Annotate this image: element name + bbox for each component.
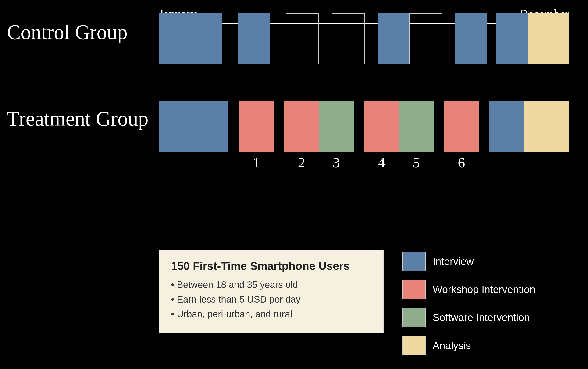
info-box: 150 First-Time Smartphone Users • Betwee…	[159, 250, 384, 333]
ctrl-gap-6	[487, 13, 496, 64]
treat-num-1: 1	[253, 154, 260, 171]
treat-num-3: 3	[333, 154, 340, 171]
treat-bar-ext-6: 6	[444, 152, 479, 171]
legend: Interview Workshop Intervention Software…	[402, 250, 569, 355]
legend-item-analysis: Analysis	[402, 336, 569, 355]
treat-bar-ext-3: 3	[319, 152, 354, 171]
ctrl-gap-2	[270, 13, 286, 64]
legend-item-interview: Interview	[402, 252, 569, 271]
legend-swatch-interview	[402, 252, 426, 271]
main-container: January December Control Group	[0, 0, 588, 369]
info-box-bullet-2: • Earn less than 5 USD per day	[171, 294, 372, 305]
legend-swatch-analysis	[402, 336, 426, 355]
legend-label-interview: Interview	[433, 256, 474, 267]
legend-item-software: Software Intervention	[402, 308, 569, 327]
treat-bar-workshop-4: 6	[444, 101, 479, 152]
legend-label-workshop: Workshop Intervention	[433, 284, 535, 295]
info-box-bullet-3: • Urban, peri-urban, and rural	[171, 309, 372, 319]
ctrl-bar-interview-1	[159, 13, 191, 64]
treat-bar-workshop-3: 4	[364, 101, 399, 152]
treatment-bars-wrapper: 1 2 3 4	[159, 101, 569, 152]
ctrl-gap-5	[442, 13, 455, 64]
ctrl-gap-3	[319, 13, 332, 64]
legend-swatch-workshop	[402, 280, 426, 299]
treat-bar-analysis	[524, 101, 569, 152]
treat-gap-1	[228, 101, 239, 152]
ctrl-bar-interview-3	[238, 13, 270, 64]
ctrl-bar-outline-1	[286, 13, 319, 64]
ctrl-bar-outline-2	[332, 13, 365, 64]
treat-num-2: 2	[298, 154, 305, 171]
control-bars-flex	[159, 13, 569, 64]
bottom-area: 150 First-Time Smartphone Users • Betwee…	[159, 250, 569, 355]
treat-bar-ext-5: 5	[399, 152, 434, 171]
treat-num-5: 5	[412, 154, 420, 171]
control-group-label: Control Group	[7, 21, 127, 44]
treat-bar-software-2: 5	[399, 101, 434, 152]
control-bars-wrapper	[159, 13, 569, 64]
treat-bar-ext-2: 2	[284, 152, 319, 171]
ctrl-gap-1	[222, 13, 238, 64]
ctrl-bar-outline-3	[409, 13, 442, 64]
treat-num-4: 4	[378, 154, 385, 171]
ctrl-bar-interview-2	[191, 13, 222, 64]
ctrl-bar-analysis	[528, 13, 569, 64]
treatment-group-label: Treatment Group	[7, 108, 148, 130]
treat-gap-3	[354, 101, 364, 152]
treat-bar-interview-2	[194, 101, 228, 152]
treat-bar-ext-1: 1	[239, 152, 274, 171]
treat-bar-ext-4: 4	[364, 152, 399, 171]
treatment-bars-flex: 1 2 3 4	[159, 101, 569, 152]
ctrl-bar-interview-6	[496, 13, 528, 64]
treat-gap-5	[479, 101, 490, 152]
treat-gap-4	[434, 101, 444, 152]
treat-bar-interview-3	[489, 101, 524, 152]
treat-num-6: 6	[458, 154, 465, 171]
treat-bar-workshop-2: 2	[284, 101, 319, 152]
legend-item-workshop: Workshop Intervention	[402, 280, 569, 299]
info-box-bullet-1: • Between 18 and 35 years old	[171, 279, 372, 290]
ctrl-bar-interview-5	[455, 13, 487, 64]
treat-bar-software-1: 3	[319, 101, 354, 152]
treat-bar-workshop-1: 1	[239, 101, 274, 152]
ctrl-gap-4	[365, 13, 378, 64]
info-box-title: 150 First-Time Smartphone Users	[171, 260, 372, 272]
legend-swatch-software	[402, 308, 426, 327]
legend-label-analysis: Analysis	[433, 340, 471, 351]
legend-label-software: Software Intervention	[433, 312, 530, 323]
treat-gap-2	[274, 101, 284, 152]
ctrl-bar-interview-4	[378, 13, 409, 64]
treat-bar-interview-1	[159, 101, 194, 152]
